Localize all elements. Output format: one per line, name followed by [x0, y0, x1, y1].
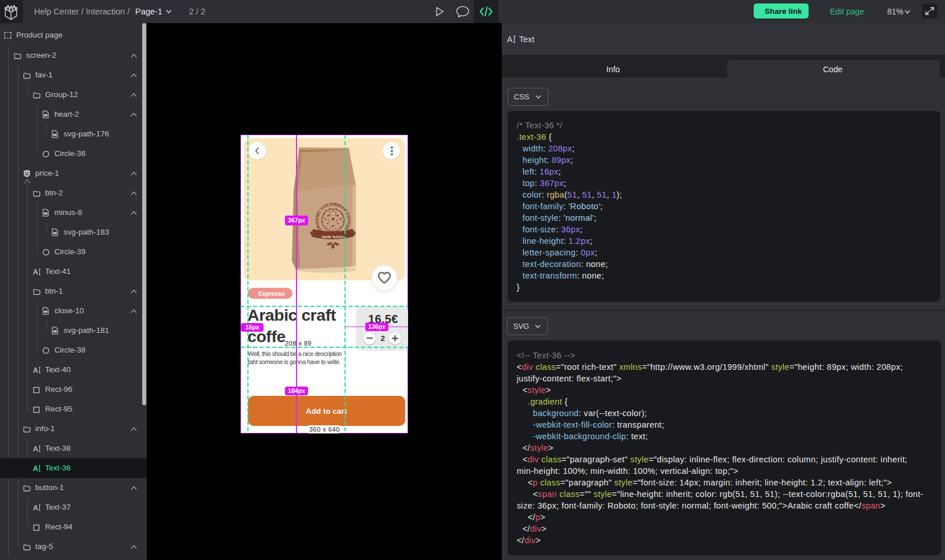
svg-text:A: A: [33, 268, 38, 276]
svg-text:A: A: [33, 366, 38, 374]
svg-text:A: A: [33, 504, 38, 511]
svg-text:NABI NAHU: NABI NAHU: [322, 235, 344, 239]
svg-text:A: A: [33, 445, 38, 453]
svg-text:SINCE 1938: SINCE 1938: [327, 243, 339, 246]
svg-text:A: A: [507, 35, 513, 43]
svg-text:A: A: [33, 465, 38, 472]
